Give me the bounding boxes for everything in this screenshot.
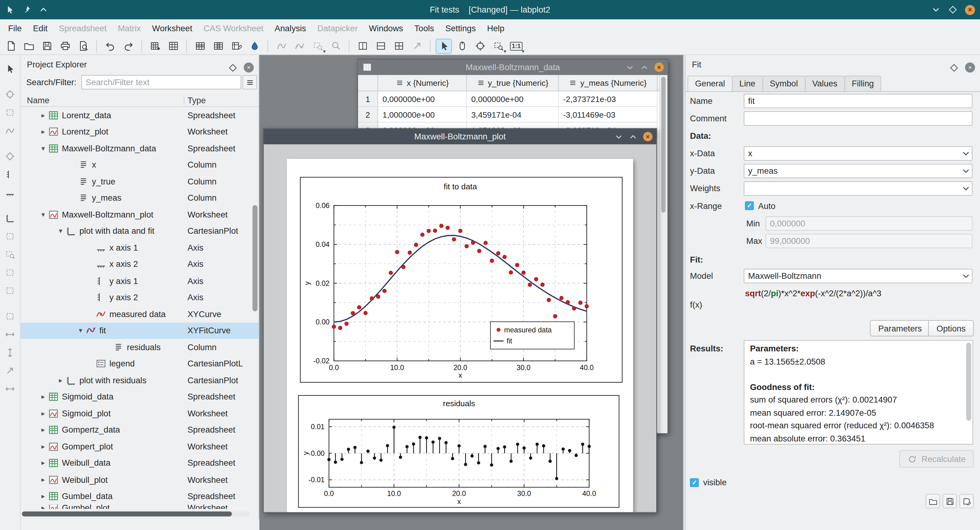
weights-combobox[interactable] — [744, 181, 973, 196]
parameters-button[interactable]: Parameters — [870, 320, 930, 336]
expander-icon[interactable]: ▸ — [38, 442, 48, 450]
open-project-button[interactable] — [21, 38, 37, 54]
expander-icon[interactable]: ▾ — [38, 210, 48, 219]
dock-splitter[interactable] — [683, 55, 686, 530]
tab-values[interactable]: Values — [805, 76, 845, 91]
table-cell[interactable]: 0,000000e+00 — [378, 91, 467, 107]
tree-row-gompertz-data[interactable]: ▸Gompertz_dataSpreadsheet — [21, 422, 259, 438]
menu-windows[interactable]: Windows — [363, 19, 409, 37]
menu-tools[interactable]: Tools — [409, 19, 440, 37]
undo-button[interactable] — [102, 38, 118, 54]
tree-row-plot-with-data-and-fit[interactable]: ▾plot with data and fitCartesianPlot — [21, 223, 259, 240]
edit-spreadsheet-button[interactable] — [228, 38, 244, 54]
auto-range-checkbox[interactable] — [745, 201, 754, 210]
table-cell[interactable]: 0,000000e+00 — [467, 91, 558, 107]
tab-line[interactable]: Line — [732, 76, 763, 91]
menu-help[interactable]: Help — [481, 19, 510, 37]
options-button[interactable]: Options — [929, 320, 974, 336]
results-box[interactable]: Parameters:a = 13.1565±2.0508 Goodness o… — [744, 340, 973, 444]
minimize-button[interactable] — [931, 5, 941, 14]
tree-row-lorentz-plot[interactable]: ▸Lorentz_plotWorksheet — [21, 123, 259, 140]
redo-button[interactable] — [120, 38, 136, 54]
y-data-combobox[interactable]: y_meas — [744, 164, 973, 178]
worksheet-window-titlebar[interactable]: Maxwell-Boltzmann_plot × — [264, 129, 656, 144]
tree-row-residuals[interactable]: residualsColumn — [21, 339, 259, 355]
table-cell[interactable]: 1,000000e+00 — [378, 107, 467, 123]
expander-icon[interactable]: ▸ — [38, 128, 48, 136]
expander-icon[interactable]: ▸ — [38, 409, 48, 417]
load-function-button[interactable] — [926, 494, 940, 508]
table-cell[interactable]: 3,459171e-04 — [467, 107, 558, 123]
navigate-mode-button[interactable] — [454, 38, 470, 54]
tree-row-y-true[interactable]: y_trueColumn — [21, 173, 259, 189]
x-data-combobox[interactable]: x — [744, 146, 973, 161]
expander-icon[interactable]: ▾ — [38, 144, 48, 153]
tree-row-gompert-plot[interactable]: ▸Gompert_plotWorksheet — [21, 438, 259, 455]
tree-row-weibull-plot[interactable]: ▸Weibull_plotWorksheet — [21, 471, 259, 488]
tree-row-x-axis-2[interactable]: x axis 2Axis — [21, 256, 259, 273]
select-tool-button[interactable] — [2, 61, 18, 76]
expander-icon[interactable]: ▸ — [56, 376, 66, 385]
tree-row-legend[interactable]: legendCartesianPlotL — [21, 355, 259, 372]
insert-row-button[interactable] — [192, 38, 208, 54]
expander-icon[interactable]: ▸ — [38, 505, 48, 509]
float-panel-button[interactable] — [950, 63, 959, 72]
tree-row-weibull-data[interactable]: ▸Weibull_dataSpreadsheet — [21, 455, 259, 471]
model-combobox[interactable]: Maxwell-Boltzmann — [744, 269, 973, 283]
worksheet-canvas[interactable]: 0.010.020.030.040.0-0.020.000.020.040.06… — [287, 159, 633, 512]
column-header-name[interactable]: Name — [27, 94, 49, 107]
spreadsheet-window-titlebar[interactable]: Maxwell-Boltzmann_data × — [358, 59, 667, 75]
row-number[interactable]: 1 — [358, 91, 378, 107]
new-workbook-button[interactable] — [147, 38, 163, 54]
spreadsheet-column-header[interactable]: y_meas {Numeric} — [558, 75, 657, 91]
window-close-button[interactable]: × — [654, 62, 664, 72]
zoom-one-to-one-button[interactable]: 1:1▾ — [508, 38, 524, 54]
tree-row-maxwell-boltzmann-plot[interactable]: ▾Maxwell-Boltzmann_plotWorksheet — [21, 206, 259, 223]
expander-icon[interactable]: ▸ — [38, 111, 48, 119]
tree-horizontal-scrollbar[interactable] — [22, 511, 250, 516]
window-restore-button[interactable] — [629, 132, 638, 141]
menu-matrix[interactable]: Matrix — [112, 19, 147, 37]
tree-row-y-axis-1[interactable]: y axis 1Axis — [21, 273, 259, 289]
save-project-button[interactable] — [39, 38, 55, 54]
tree-row-y-axis-2[interactable]: y axis 2Axis — [21, 289, 259, 306]
menu-worksheet[interactable]: Worksheet — [146, 19, 198, 37]
tab-symbol[interactable]: Symbol — [762, 76, 805, 91]
expander-icon[interactable]: ▸ — [38, 393, 48, 401]
close-panel-button[interactable]: × — [244, 62, 254, 73]
expander-icon[interactable]: ▸ — [38, 459, 48, 467]
expander-icon[interactable]: ▸ — [38, 492, 48, 501]
select-mode-button[interactable] — [436, 38, 452, 54]
zoom-select-button[interactable]: ▾ — [490, 38, 506, 54]
menu-edit[interactable]: Edit — [27, 19, 53, 37]
save-as-function-button[interactable] — [959, 494, 974, 508]
menu-settings[interactable]: Settings — [440, 19, 481, 37]
menu-cas-worksheet[interactable]: CAS Worksheet — [198, 19, 269, 37]
tree-row-x-axis-1[interactable]: x axis 1Axis — [21, 240, 259, 256]
tree-row-x[interactable]: xColumn — [21, 156, 259, 173]
shade-window-icon[interactable] — [39, 5, 48, 14]
tree-row-maxwell-boltzmann-data[interactable]: ▾Maxwell-Boltzmann_dataSpreadsheet — [21, 140, 259, 156]
print-button[interactable] — [57, 38, 73, 54]
split-horizontal-button[interactable] — [372, 38, 389, 54]
menu-spreadsheet[interactable]: Spreadsheet — [53, 19, 112, 37]
window-minimize-button[interactable] — [614, 132, 623, 141]
save-function-button[interactable] — [943, 494, 957, 508]
spreadsheet-column-header[interactable]: x {Numeric} — [378, 75, 467, 91]
maximize-button[interactable] — [948, 5, 958, 14]
table-cell[interactable]: -3,011469e-03 — [558, 107, 657, 123]
expander-icon[interactable]: ▸ — [38, 426, 48, 434]
window-minimize-button[interactable] — [626, 63, 635, 72]
tree-row-y-meas[interactable]: y_measColumn — [21, 189, 259, 206]
tree-row-sigmoid-data[interactable]: ▸Sigmoid_dataSpreadsheet — [21, 388, 259, 405]
tab-filling[interactable]: Filling — [844, 76, 881, 91]
window-close-button[interactable]: × — [643, 132, 652, 142]
close-panel-button[interactable]: × — [965, 62, 975, 73]
tree-row-measured-data[interactable]: measured dataXYCurve — [21, 306, 259, 322]
close-button[interactable]: × — [965, 5, 975, 15]
crosshair-mode-button[interactable] — [472, 38, 488, 54]
fit-plot[interactable]: 0.010.020.030.040.0-0.020.000.020.040.06… — [300, 177, 623, 383]
search-filter-input[interactable] — [81, 75, 241, 89]
split-vertical-button[interactable] — [354, 38, 371, 54]
tree-vertical-scrollbar[interactable] — [252, 205, 257, 311]
